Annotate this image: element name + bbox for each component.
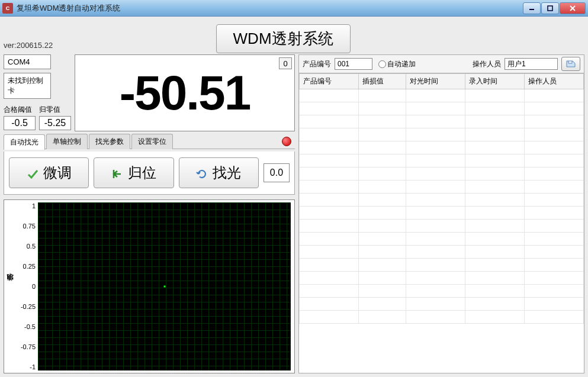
- table-row[interactable]: [300, 154, 584, 167]
- auto-increment-radio[interactable]: [378, 60, 386, 68]
- table-row[interactable]: [300, 220, 584, 233]
- tab-bar: 自动找光 单轴控制 找光参数 设置零位: [4, 134, 295, 149]
- chart-data-point: [163, 286, 165, 288]
- close-button[interactable]: [560, 2, 586, 14]
- check-icon: [27, 167, 38, 179]
- table-row[interactable]: [300, 141, 584, 154]
- tab-find-params[interactable]: 找光参数: [89, 134, 130, 149]
- disk-icon: [565, 59, 576, 70]
- status-indicator-icon: [282, 137, 291, 146]
- product-id-input[interactable]: [335, 58, 372, 70]
- table-row[interactable]: [300, 194, 584, 207]
- threshold-input[interactable]: [4, 116, 36, 130]
- fine-tune-button[interactable]: 微调: [9, 157, 89, 188]
- col-insertion-loss[interactable]: 插损值: [358, 74, 406, 89]
- table-row[interactable]: [300, 207, 584, 220]
- records-table-wrap[interactable]: 产品编号 插损值 对光时间 录入时间 操作人员: [298, 73, 584, 373]
- operator-input[interactable]: [505, 58, 558, 70]
- find-light-value: 0.0: [264, 163, 290, 182]
- table-row[interactable]: [300, 259, 584, 272]
- table-row[interactable]: [300, 181, 584, 194]
- power-chart: 功率值 1 0.75 0.5 0.25 0 -0.25 -0.5 -0.75 -…: [4, 199, 295, 373]
- display-zero-button[interactable]: 0: [279, 57, 292, 69]
- col-product-id[interactable]: 产品编号: [300, 74, 359, 89]
- home-label: 归位: [128, 163, 156, 182]
- zero-label: 归零值: [39, 105, 71, 115]
- maximize-button[interactable]: [541, 2, 559, 14]
- power-value: -50.51: [120, 65, 250, 121]
- minimize-button[interactable]: [523, 2, 541, 14]
- find-light-label: 找光: [213, 163, 241, 182]
- save-record-button[interactable]: [561, 57, 580, 71]
- home-arrow-icon: [111, 167, 123, 179]
- window-titlebar: C 复坦希WDM透射自动对准系统: [0, 0, 588, 17]
- table-row[interactable]: [300, 115, 584, 128]
- app-icon: C: [2, 3, 13, 14]
- threshold-label: 合格阈值: [4, 105, 36, 115]
- chart-plot-area[interactable]: [38, 202, 291, 370]
- chart-y-ticks: 1 0.75 0.5 0.25 0 -0.25 -0.5 -0.75 -1: [17, 200, 38, 373]
- product-header-bar: 产品编号 自动递加 操作人员: [298, 54, 584, 73]
- refresh-icon: [196, 167, 208, 179]
- tab-auto-find-light[interactable]: 自动找光: [4, 134, 45, 150]
- col-entry-time[interactable]: 录入时间: [465, 74, 525, 89]
- zero-value-input[interactable]: [39, 116, 71, 130]
- main-title-button[interactable]: WDM透射系统: [216, 24, 351, 53]
- table-row[interactable]: [300, 272, 584, 285]
- power-display: 0 -50.51: [75, 54, 295, 131]
- fine-tune-label: 微调: [43, 163, 72, 182]
- col-align-time[interactable]: 对光时间: [406, 74, 465, 89]
- com-port-button[interactable]: COM4: [4, 54, 51, 69]
- version-label: ver:200615.22: [4, 41, 53, 50]
- svg-rect-1: [548, 6, 552, 11]
- find-light-button[interactable]: 找光: [179, 157, 259, 188]
- product-id-label: 产品编号: [303, 59, 331, 69]
- table-row[interactable]: [300, 233, 584, 246]
- auto-increment-label: 自动递加: [387, 59, 416, 69]
- table-row[interactable]: [300, 298, 584, 311]
- window-title: 复坦希WDM透射自动对准系统: [17, 3, 522, 14]
- table-row[interactable]: [300, 102, 584, 115]
- table-row[interactable]: [300, 89, 584, 102]
- controller-card-status[interactable]: 未找到控制卡: [4, 73, 51, 99]
- tab-single-axis[interactable]: 单轴控制: [46, 134, 88, 149]
- table-row[interactable]: [300, 285, 584, 298]
- col-operator[interactable]: 操作人员: [525, 74, 584, 89]
- action-panel: 微调 归位 找光 0.0: [4, 152, 295, 195]
- home-button[interactable]: 归位: [94, 157, 173, 188]
- records-table: 产品编号 插损值 对光时间 录入时间 操作人员: [299, 73, 584, 324]
- operator-label: 操作人员: [473, 59, 501, 69]
- chart-y-axis-label: 功率值: [4, 200, 17, 373]
- table-row[interactable]: [300, 246, 584, 259]
- table-row[interactable]: [300, 311, 584, 324]
- table-row[interactable]: [300, 128, 584, 141]
- tab-set-zero[interactable]: 设置零位: [131, 134, 173, 149]
- table-row[interactable]: [300, 167, 584, 181]
